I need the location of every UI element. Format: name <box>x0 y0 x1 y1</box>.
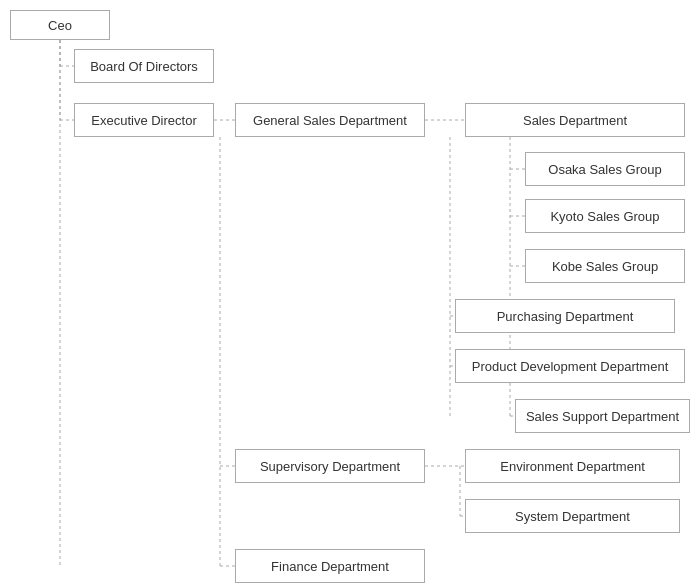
kobe-sales-group-label: Kobe Sales Group <box>552 259 658 274</box>
kyoto-sales-group-label: Kyoto Sales Group <box>550 209 659 224</box>
kyoto-sales-group-node: Kyoto Sales Group <box>525 199 685 233</box>
purchasing-dept-node: Purchasing Department <box>455 299 675 333</box>
supervisory-dept-label: Supervisory Department <box>260 459 400 474</box>
kobe-sales-group-node: Kobe Sales Group <box>525 249 685 283</box>
supervisory-dept-node: Supervisory Department <box>235 449 425 483</box>
executive-director-node: Executive Director <box>74 103 214 137</box>
environment-dept-label: Environment Department <box>500 459 645 474</box>
purchasing-dept-label: Purchasing Department <box>497 309 634 324</box>
osaka-sales-group-node: Osaka Sales Group <box>525 152 685 186</box>
product-dev-dept-node: Product Development Department <box>455 349 685 383</box>
general-sales-dept-label: General Sales Department <box>253 113 407 128</box>
general-sales-dept-node: General Sales Department <box>235 103 425 137</box>
org-chart: Ceo Board Of Directors Executive Directo… <box>0 0 700 586</box>
board-of-directors-node: Board Of Directors <box>74 49 214 83</box>
finance-dept-node: Finance Department <box>235 549 425 583</box>
system-dept-label: System Department <box>515 509 630 524</box>
sales-support-dept-label: Sales Support Department <box>526 409 679 424</box>
product-dev-dept-label: Product Development Department <box>472 359 669 374</box>
finance-dept-label: Finance Department <box>271 559 389 574</box>
environment-dept-node: Environment Department <box>465 449 680 483</box>
ceo-node: Ceo <box>10 10 110 40</box>
sales-support-dept-node: Sales Support Department <box>515 399 690 433</box>
osaka-sales-group-label: Osaka Sales Group <box>548 162 661 177</box>
system-dept-node: System Department <box>465 499 680 533</box>
board-of-directors-label: Board Of Directors <box>90 59 198 74</box>
sales-dept-node: Sales Department <box>465 103 685 137</box>
executive-director-label: Executive Director <box>91 113 196 128</box>
ceo-label: Ceo <box>48 18 72 33</box>
sales-dept-label: Sales Department <box>523 113 627 128</box>
